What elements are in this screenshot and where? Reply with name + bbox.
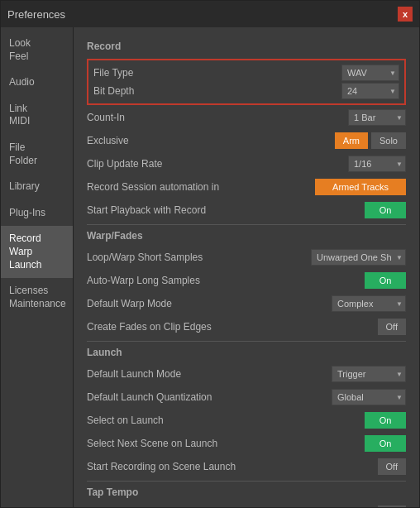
default-launch-dropdown[interactable]: Trigger Gate Toggle Repeat [332,366,406,382]
content-area: LookFeel Audio LinkMIDI FileFolder Libra… [1,27,419,507]
default-quant-row: Default Launch Quantization Global None … [87,388,406,406]
sidebar-item-library[interactable]: Library [1,174,73,200]
bit-depth-dropdown-wrapper: 24 16 32 [341,83,399,99]
start-recording-control: Off [378,458,406,475]
file-type-row: File Type WAV AIFF FLAC [93,64,399,82]
clip-update-label: Clip Update Rate [87,158,348,170]
preferences-window: Preferences x LookFeel Audio LinkMIDI Fi… [0,0,420,508]
file-type-dropdown[interactable]: WAV AIFF FLAC [341,65,399,81]
record-session-row: Record Session automation in Armed Track… [87,178,406,196]
default-launch-dropdown-wrapper: Trigger Gate Toggle Repeat [332,366,406,382]
select-next-button[interactable]: On [365,435,406,452]
sidebar-item-link-midi[interactable]: LinkMIDI [1,96,73,135]
create-fades-row: Create Fades on Clip Edges Off [87,318,406,336]
tap-tempo-control: Off [378,506,406,507]
warp-section-title: Warp/Fades [87,230,406,242]
sidebar-item-file-folder[interactable]: FileFolder [1,135,73,174]
close-button[interactable]: x [398,7,413,22]
default-launch-row: Default Launch Mode Trigger Gate Toggle … [87,365,406,383]
file-type-control: WAV AIFF FLAC [341,65,399,81]
exclusive-row: Exclusive Arm Solo [87,132,406,150]
loop-warp-dropdown-wrapper: Unwarped One Sh Warped [311,249,406,266]
bit-depth-label: Bit Depth [93,85,341,97]
select-on-launch-control: On [365,412,406,429]
start-playback-row: Start Playback with Record On [87,201,406,219]
file-type-bit-depth-group: File Type WAV AIFF FLAC Bit Depth [87,59,406,105]
default-warp-dropdown-wrapper: Complex Beats Tones Texture Re-Pitch [332,295,406,312]
select-on-launch-row: Select on Launch On [87,411,406,429]
sidebar-item-look-feel[interactable]: LookFeel [1,31,73,69]
exclusive-solo-button[interactable]: Solo [371,132,406,149]
count-in-dropdown-wrapper: 1 Bar 2 Bars None [348,109,406,126]
file-type-label: File Type [93,67,341,79]
default-launch-label: Default Launch Mode [87,368,332,380]
exclusive-arm-button[interactable]: Arm [335,132,368,149]
create-fades-button[interactable]: Off [378,319,406,335]
bit-depth-dropdown[interactable]: 24 16 32 [341,83,399,99]
window-title: Preferences [7,8,65,21]
exclusive-control: Arm Solo [335,132,406,149]
tap-tempo-row: Start Playback with Tap Tempo Off [87,505,406,507]
sidebar: LookFeel Audio LinkMIDI FileFolder Libra… [1,27,74,507]
default-warp-dropdown[interactable]: Complex Beats Tones Texture Re-Pitch [332,295,406,312]
record-section-title: Record [87,41,406,52]
count-in-label: Count-In [87,112,348,123]
tap-tempo-button[interactable]: Off [378,506,406,507]
default-launch-control: Trigger Gate Toggle Repeat [332,366,406,382]
start-playback-button[interactable]: On [365,202,406,218]
auto-warp-button[interactable]: On [365,272,406,289]
default-quant-dropdown-wrapper: Global None 8 Bars 4 Bars 2 Bars 1 Bar [332,389,406,405]
clip-update-dropdown[interactable]: 1/16 1/8 1/4 [348,156,406,172]
default-quant-dropdown[interactable]: Global None 8 Bars 4 Bars 2 Bars 1 Bar [332,389,406,405]
divider-3 [87,481,406,482]
count-in-control: 1 Bar 2 Bars None [348,109,406,126]
select-next-control: On [365,435,406,452]
loop-warp-control: Unwarped One Sh Warped [311,249,406,266]
create-fades-control: Off [378,319,406,335]
default-warp-label: Default Warp Mode [87,298,332,309]
clip-update-dropdown-wrapper: 1/16 1/8 1/4 [348,156,406,172]
start-recording-label: Start Recording on Scene Launch [87,461,378,472]
loop-warp-row: Loop/Warp Short Samples Unwarped One Sh … [87,248,406,266]
sidebar-item-licenses[interactable]: LicensesMaintenance [1,278,73,317]
start-recording-button[interactable]: Off [378,458,406,475]
file-type-dropdown-wrapper: WAV AIFF FLAC [341,65,399,81]
main-panel: Record File Type WAV AIFF FLAC [74,27,419,507]
auto-warp-control: On [365,272,406,289]
launch-section-title: Launch [87,347,406,358]
clip-update-control: 1/16 1/8 1/4 [348,156,406,172]
select-on-launch-button[interactable]: On [365,412,406,429]
select-next-label: Select Next Scene on Launch [87,438,365,449]
record-session-label: Record Session automation in [87,181,315,193]
count-in-row: Count-In 1 Bar 2 Bars None [87,108,406,127]
record-session-control: Armed Tracks [315,179,406,195]
loop-warp-dropdown[interactable]: Unwarped One Sh Warped [311,249,406,266]
bit-depth-control: 24 16 32 [341,83,399,99]
exclusive-label: Exclusive [87,135,335,146]
bit-depth-row: Bit Depth 24 16 32 [93,82,399,100]
clip-update-row: Clip Update Rate 1/16 1/8 1/4 [87,155,406,173]
tap-section-title: Tap Tempo [87,486,406,498]
select-next-row: Select Next Scene on Launch On [87,434,406,453]
start-recording-row: Start Recording on Scene Launch Off [87,458,406,476]
auto-warp-label: Auto-Warp Long Samples [87,275,365,286]
default-quant-label: Default Launch Quantization [87,391,332,403]
default-warp-control: Complex Beats Tones Texture Re-Pitch [332,295,406,312]
title-bar: Preferences x [1,1,419,27]
divider-2 [87,341,406,342]
divider-1 [87,224,406,225]
sidebar-item-plugins[interactable]: Plug-Ins [1,200,73,227]
sidebar-item-audio[interactable]: Audio [1,69,73,96]
auto-warp-row: Auto-Warp Long Samples On [87,271,406,290]
loop-warp-label: Loop/Warp Short Samples [87,252,311,263]
count-in-dropdown[interactable]: 1 Bar 2 Bars None [348,109,406,126]
sidebar-item-record-warp-launch[interactable]: RecordWarpLaunch [1,226,73,278]
select-on-launch-label: Select on Launch [87,415,365,426]
default-quant-control: Global None 8 Bars 4 Bars 2 Bars 1 Bar [332,389,406,405]
start-playback-control: On [365,202,406,218]
start-playback-label: Start Playback with Record [87,204,365,216]
record-session-button[interactable]: Armed Tracks [315,179,406,195]
default-warp-row: Default Warp Mode Complex Beats Tones Te… [87,295,406,313]
create-fades-label: Create Fades on Clip Edges [87,321,378,333]
